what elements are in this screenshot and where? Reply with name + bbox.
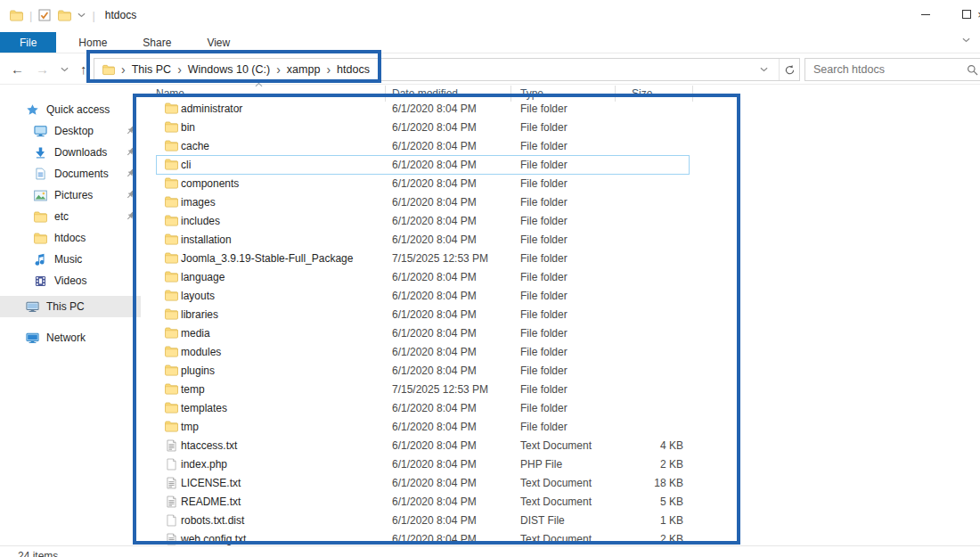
refresh-icon[interactable] bbox=[780, 59, 799, 80]
tab-share[interactable]: Share bbox=[129, 32, 184, 53]
sidebar-item-videos[interactable]: Videos bbox=[0, 270, 141, 291]
folder-icon bbox=[33, 209, 47, 224]
file-date-modified: 6/1/2020 8:04 PM bbox=[392, 121, 477, 134]
column-header-type[interactable]: Type bbox=[520, 87, 543, 100]
table-row[interactable]: includes6/1/2020 8:04 PMFile folder bbox=[143, 211, 741, 230]
column-header-size[interactable]: Size bbox=[632, 87, 652, 100]
sidebar-item-this-pc[interactable]: This PC bbox=[0, 296, 141, 317]
file-type: File folder bbox=[520, 308, 568, 321]
search-icon bbox=[966, 63, 978, 76]
table-row[interactable]: media6/1/2020 8:04 PMFile folder bbox=[143, 324, 741, 342]
table-row[interactable]: README.txt6/1/2020 8:04 PMText Document5… bbox=[143, 492, 741, 511]
sidebar-item-label: Desktop bbox=[54, 125, 94, 137]
table-row[interactable]: images6/1/2020 8:04 PMFile folder bbox=[143, 192, 741, 211]
file-type: File folder bbox=[520, 402, 568, 414]
quick-access-folder-icon[interactable] bbox=[57, 8, 71, 22]
folder-icon bbox=[165, 289, 178, 302]
file-size: 18 KB bbox=[606, 477, 692, 489]
sidebar-item-etc[interactable]: etc bbox=[0, 206, 141, 227]
back-arrow-icon[interactable]: ← bbox=[11, 62, 24, 76]
table-row[interactable]: layouts6/1/2020 8:04 PMFile folder bbox=[143, 286, 741, 305]
up-arrow-icon[interactable]: ↑ bbox=[80, 62, 87, 76]
file-type: File folder bbox=[520, 271, 568, 283]
table-row[interactable]: robots.txt.dist6/1/2020 8:04 PMDIST File… bbox=[143, 511, 741, 529]
sidebar-item-htdocs[interactable]: htdocs bbox=[0, 227, 141, 249]
folder-icon bbox=[165, 420, 178, 433]
table-row[interactable]: temp7/15/2025 12:53 PMFile folder bbox=[143, 380, 741, 398]
file-date-modified: 7/15/2025 12:53 PM bbox=[392, 383, 488, 396]
file-name: plugins bbox=[181, 365, 215, 377]
tab-view[interactable]: View bbox=[193, 32, 243, 53]
sidebar-item-label: Pictures bbox=[54, 189, 93, 201]
sidebar-item-quick-access[interactable]: Quick access bbox=[0, 99, 141, 120]
file-size: 2 KB bbox=[606, 458, 692, 471]
table-row[interactable]: components6/1/2020 8:04 PMFile folder bbox=[143, 174, 741, 192]
table-row[interactable]: templates6/1/2020 8:04 PMFile folder bbox=[143, 398, 741, 417]
folder-icon bbox=[165, 214, 178, 227]
sidebar-item-network[interactable]: Network bbox=[0, 327, 141, 348]
table-row[interactable]: Joomla_3.9.19-Stable-Full_Package7/15/20… bbox=[143, 249, 741, 267]
file-date-modified: 6/1/2020 8:04 PM bbox=[392, 159, 477, 171]
forward-arrow-icon[interactable]: → bbox=[36, 62, 49, 76]
sidebar-item-documents[interactable]: Documents bbox=[0, 163, 141, 184]
file-date-modified: 6/1/2020 8:04 PM bbox=[392, 102, 477, 115]
folder-icon bbox=[165, 326, 178, 340]
computer-icon bbox=[25, 299, 39, 314]
address-dropdown-chevron-icon[interactable] bbox=[754, 59, 773, 80]
tab-file[interactable]: File bbox=[0, 32, 56, 53]
file-type: File folder bbox=[520, 102, 568, 115]
table-row[interactable]: administrator6/1/2020 8:04 PMFile folder bbox=[143, 99, 741, 118]
address-bar[interactable]: ›This PC›Windows 10 (C:)›xampp›htdocs bbox=[94, 58, 800, 81]
folder-icon bbox=[165, 401, 178, 414]
folder-icon bbox=[165, 195, 178, 209]
table-row[interactable]: cli6/1/2020 8:04 PMFile folder bbox=[143, 155, 741, 174]
address-folder-icon[interactable] bbox=[102, 63, 115, 76]
breadcrumb-segment[interactable]: Windows 10 (C:) bbox=[188, 63, 270, 76]
table-row[interactable]: installation6/1/2020 8:04 PMFile folder bbox=[143, 230, 741, 249]
tab-home[interactable]: Home bbox=[65, 32, 120, 53]
column-header-name[interactable]: Name bbox=[156, 87, 184, 100]
search-placeholder: Search htdocs bbox=[813, 63, 885, 76]
file-type: File folder bbox=[520, 346, 568, 358]
sidebar-item-desktop[interactable]: Desktop bbox=[0, 120, 141, 142]
sidebar-item-music[interactable]: Music bbox=[0, 249, 141, 270]
table-row[interactable]: index.php6/1/2020 8:04 PMPHP File2 KB bbox=[143, 455, 741, 473]
file-type: File folder bbox=[520, 365, 568, 377]
file-date-modified: 6/1/2020 8:04 PM bbox=[392, 458, 477, 471]
breadcrumb: ›This PC›Windows 10 (C:)›xampp›htdocs bbox=[115, 63, 370, 76]
recent-locations-chevron-icon[interactable] bbox=[61, 67, 69, 72]
titlebar-divider: | bbox=[29, 9, 32, 22]
file-date-modified: 6/1/2020 8:04 PM bbox=[392, 308, 477, 321]
search-input[interactable]: Search htdocs bbox=[804, 58, 980, 81]
breadcrumb-separator-icon: › bbox=[177, 63, 182, 76]
table-row[interactable]: LICENSE.txt6/1/2020 8:04 PMText Document… bbox=[143, 473, 741, 492]
table-row[interactable]: plugins6/1/2020 8:04 PMFile folder bbox=[143, 361, 741, 380]
table-row[interactable]: htaccess.txt6/1/2020 8:04 PMText Documen… bbox=[143, 436, 741, 455]
file-date-modified: 6/1/2020 8:04 PM bbox=[392, 514, 477, 527]
ribbon-collapse-chevron-icon[interactable] bbox=[962, 37, 970, 43]
text-file-icon bbox=[165, 438, 178, 452]
quick-access-checkbox-icon[interactable] bbox=[38, 9, 51, 21]
file-icon bbox=[165, 513, 178, 527]
breadcrumb-segment[interactable]: xampp bbox=[287, 63, 321, 76]
sidebar-item-downloads[interactable]: Downloads bbox=[0, 142, 141, 163]
file-type: Text Document bbox=[520, 439, 592, 452]
table-row[interactable]: modules6/1/2020 8:04 PMFile folder bbox=[143, 342, 741, 361]
quick-access-toolbar-chevron-down-icon[interactable] bbox=[78, 12, 86, 18]
column-header-date-modified[interactable]: Date modified bbox=[392, 87, 458, 100]
sidebar-item-pictures[interactable]: Pictures bbox=[0, 184, 141, 206]
close-button[interactable]: × bbox=[968, 0, 980, 29]
folder-icon bbox=[165, 102, 178, 115]
folder-icon bbox=[165, 364, 178, 377]
table-row[interactable]: cache6/1/2020 8:04 PMFile folder bbox=[143, 136, 741, 155]
table-row[interactable]: tmp6/1/2020 8:04 PMFile folder bbox=[143, 417, 741, 436]
table-row[interactable]: language6/1/2020 8:04 PMFile folder bbox=[143, 267, 741, 286]
breadcrumb-segment[interactable]: htdocs bbox=[337, 63, 370, 76]
file-date-modified: 6/1/2020 8:04 PM bbox=[392, 196, 477, 209]
table-row[interactable]: libraries6/1/2020 8:04 PMFile folder bbox=[143, 305, 741, 324]
desktop-icon bbox=[33, 124, 47, 138]
minimize-button[interactable] bbox=[912, 0, 939, 29]
breadcrumb-segment[interactable]: This PC bbox=[132, 63, 171, 76]
table-row[interactable]: bin6/1/2020 8:04 PMFile folder bbox=[143, 118, 741, 136]
pin-icon bbox=[127, 211, 137, 222]
